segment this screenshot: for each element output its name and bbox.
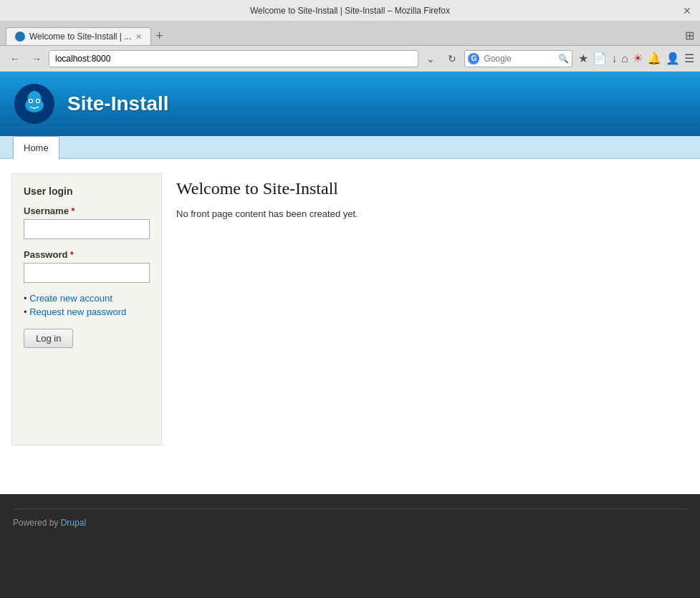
svg-point-5: [30, 100, 32, 102]
notifications-icon[interactable]: 🔔: [647, 52, 661, 65]
close-icon[interactable]: ✕: [683, 5, 691, 16]
page-icon[interactable]: 📄: [593, 52, 607, 65]
username-required: *: [72, 206, 75, 216]
back-button[interactable]: ←: [6, 49, 24, 68]
home-icon[interactable]: ⌂: [621, 52, 628, 65]
nav-link-home[interactable]: Home: [13, 136, 59, 159]
site-wrapper: Site-Install Home User login Username * …: [0, 72, 700, 494]
browser-title: Welcome to Site-Install | Site-Install –…: [250, 6, 450, 16]
browser-grid-icon[interactable]: ⊞: [685, 29, 694, 42]
reset-password-item: Request new password: [24, 307, 150, 317]
menu-icon[interactable]: ☰: [684, 52, 694, 65]
page-body: No front page content has been created y…: [176, 208, 689, 219]
password-label: Password *: [24, 249, 150, 260]
address-bar[interactable]: [49, 50, 418, 67]
svg-point-2: [25, 98, 44, 112]
username-group: Username *: [24, 206, 150, 239]
drupal-link[interactable]: Drupal: [61, 518, 86, 528]
browser-tabs: Welcome to Site-Install | ... ✕ + ⊞: [0, 21, 700, 46]
drupal-logo: [14, 84, 54, 124]
active-tab[interactable]: Welcome to Site-Install | ... ✕: [6, 27, 151, 45]
forward-button[interactable]: →: [27, 49, 46, 68]
search-button[interactable]: 🔍: [558, 54, 569, 64]
username-input[interactable]: [24, 219, 150, 239]
site-content: User login Username * Password * Create …: [0, 159, 700, 460]
nav-icons: ★ 📄 ↓ ⌂ ☀ 🔔 👤 ☰: [578, 52, 694, 65]
password-group: Password *: [24, 249, 150, 283]
browser-nav-bar: ← → ⌄ ↻ G 🔍 ★ 📄 ↓ ⌂ ☀ 🔔 👤 ☰: [0, 46, 700, 72]
username-label: Username *: [24, 206, 150, 216]
site-footer: Powered by Drupal: [0, 494, 700, 539]
new-tab-button[interactable]: +: [155, 29, 163, 42]
firefox-icon[interactable]: ☀: [633, 52, 643, 65]
bookmark-icon[interactable]: ★: [578, 52, 588, 65]
site-navigation: Home: [0, 136, 700, 159]
sidebar: User login Username * Password * Create …: [11, 173, 162, 445]
login-button[interactable]: Log in: [24, 329, 73, 348]
main-content: Welcome to Site-Install No front page co…: [176, 173, 689, 445]
site-header: Site-Install: [0, 72, 700, 136]
google-icon: G: [468, 53, 479, 64]
download-icon[interactable]: ↓: [611, 52, 617, 65]
nav-menu: Home: [13, 136, 687, 158]
search-input[interactable]: [484, 54, 555, 64]
reload-button[interactable]: ↻: [443, 49, 461, 68]
tab-label: Welcome to Site-Install | ...: [29, 32, 131, 42]
page-title: Welcome to Site-Install: [176, 179, 689, 198]
search-bar-wrap: G 🔍: [464, 50, 572, 67]
site-title: Site-Install: [67, 92, 169, 115]
reset-password-link[interactable]: Request new password: [29, 307, 126, 317]
footer-text: Powered by Drupal: [13, 518, 687, 528]
sidebar-title: User login: [24, 185, 150, 197]
create-account-link[interactable]: Create new account: [29, 293, 112, 304]
browser-title-bar: Welcome to Site-Install | Site-Install –…: [0, 0, 700, 21]
sidebar-links: Create new account Request new password: [24, 293, 150, 317]
tab-close-icon[interactable]: ✕: [135, 32, 142, 42]
address-down-icon[interactable]: ⌄: [421, 49, 440, 68]
footer-divider: [13, 508, 687, 509]
password-required: *: [70, 250, 74, 260]
tab-favicon: [15, 32, 25, 42]
user-icon[interactable]: 👤: [666, 52, 680, 65]
password-input[interactable]: [24, 263, 150, 283]
create-account-item: Create new account: [24, 293, 150, 304]
nav-item-home[interactable]: Home: [13, 136, 59, 158]
svg-point-6: [37, 100, 39, 102]
